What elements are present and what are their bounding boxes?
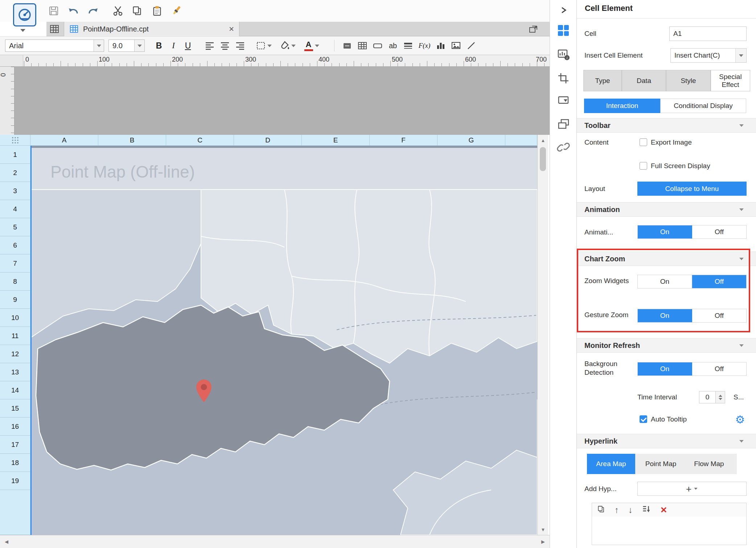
copy-icon[interactable] [130,4,144,18]
row-header[interactable]: 14 [0,381,30,399]
subtab-interaction[interactable]: Interaction [584,99,660,113]
section-chart-zoom[interactable]: Chart Zoom [577,252,756,266]
scroll-down-icon[interactable]: ▼ [538,525,548,534]
tab-special-effect[interactable]: Special Effect [711,70,750,91]
tooltip-settings-gear-icon[interactable]: ⚙ [734,413,747,426]
scroll-up-icon[interactable]: ▲ [538,136,548,145]
paste-icon[interactable] [150,4,164,18]
move-down-icon[interactable]: ↓ [628,505,633,515]
row-header[interactable]: 6 [0,236,30,254]
select-all-corner[interactable] [0,135,30,146]
delete-hyperlink-icon[interactable]: ✕ [660,505,667,515]
row-header[interactable]: 10 [0,309,30,327]
new-sheet-icon[interactable] [47,22,62,36]
scroll-right-icon[interactable]: ▶ [537,535,550,548]
section-monitor-refresh[interactable]: Monitor Refresh [577,338,756,353]
full-screen-checkbox[interactable] [640,162,647,170]
column-header-e[interactable]: E [302,135,370,146]
row-header[interactable]: 11 [0,327,30,345]
font-size-caret-icon[interactable] [134,40,144,51]
row-header[interactable]: 2 [0,164,30,182]
align-center-button[interactable] [218,38,232,53]
tab-data[interactable]: Data [622,70,666,91]
insert-chart-caret-icon[interactable] [735,49,746,62]
hyperlink-panel-icon[interactable] [555,139,571,155]
hyperlink-list[interactable] [592,517,747,545]
add-hyperlink-button[interactable]: + [637,482,747,496]
widget-button[interactable] [370,38,385,53]
row-header[interactable]: 18 [0,454,30,472]
time-interval-stepper[interactable] [716,391,725,403]
align-left-button[interactable] [203,38,217,53]
move-up-icon[interactable]: ↑ [615,505,619,515]
row-header[interactable]: 8 [0,273,30,291]
gesture-zoom-off-button[interactable]: Off [692,309,746,322]
stepper-up-icon[interactable] [719,395,722,397]
cell-input[interactable] [669,26,747,41]
insert-chart-button[interactable] [433,38,448,53]
tab-pointmap-offline[interactable]: PointMap-Offline.cpt × [64,22,239,36]
background-detection-on-button[interactable]: On [638,362,692,375]
section-animation-caret-icon[interactable] [739,208,744,211]
section-hyperlink[interactable]: Hyperlink [577,434,756,448]
sort-icon[interactable] [642,505,651,515]
column-header-d[interactable]: D [234,135,302,146]
row-header[interactable]: 12 [0,345,30,363]
horizontal-scrollbar[interactable]: ◀ ▶ [0,535,550,548]
save-icon[interactable] [46,4,61,18]
underline-button[interactable]: U [182,38,194,53]
column-header-f[interactable]: F [370,135,437,146]
map-chart-canvas[interactable]: Point Map (Off-line) [30,146,537,535]
cell-attributes-icon[interactable]: i [555,46,571,62]
flow-map-tab[interactable]: Flow Map [686,454,732,474]
row-header[interactable]: 16 [0,418,30,436]
vertical-scroll-thumb[interactable] [540,147,546,171]
row-header[interactable]: 3 [0,182,30,200]
redo-icon[interactable] [86,4,100,18]
crop-region-icon[interactable] [555,70,571,86]
widget-settings-icon[interactable] [555,92,571,108]
collapse-to-menu-button[interactable]: Collapse to Menu [637,182,747,196]
column-header-b[interactable]: B [98,135,166,146]
column-header-partial[interactable] [505,135,537,146]
section-toolbar-caret-icon[interactable] [739,124,744,127]
cut-icon[interactable] [111,4,125,18]
row-header[interactable]: 7 [0,254,30,273]
border-style-dropdown[interactable] [254,38,274,53]
fill-color-dropdown[interactable] [278,38,298,53]
auto-tooltip-checkbox[interactable] [640,415,647,423]
cascade-windows-icon[interactable] [555,116,571,132]
font-family-select[interactable]: Arial [5,40,104,52]
section-monitor-caret-icon[interactable] [739,344,744,347]
subtab-conditional-display[interactable]: Conditional Display [660,99,746,113]
tab-type[interactable]: Type [583,70,622,91]
area-map-tab[interactable]: Area Map [587,454,635,474]
app-logo-icon[interactable] [13,3,36,26]
section-animation[interactable]: Animation [577,202,756,217]
background-detection-off-button[interactable]: Off [692,362,746,375]
line-style-button[interactable] [400,38,416,53]
time-interval-input[interactable]: 0 [699,391,716,403]
font-color-dropdown[interactable]: A [301,38,322,53]
zoom-widgets-on-button[interactable]: On [638,275,692,288]
row-header[interactable]: 13 [0,363,30,381]
collapse-panel-icon[interactable] [555,2,571,18]
insert-table-button[interactable] [355,38,370,53]
scroll-left-icon[interactable]: ◀ [0,535,13,548]
bold-button[interactable]: B [153,38,165,53]
column-header-g[interactable]: G [437,135,505,146]
tab-style[interactable]: Style [666,70,711,91]
undo-icon[interactable] [66,4,81,18]
point-map-tab[interactable]: Point Map [635,454,686,474]
cell-element-panel-icon[interactable] [555,22,571,38]
column-header-c[interactable]: C [166,135,234,146]
align-right-button[interactable] [233,38,247,53]
copy-hyperlink-icon[interactable] [597,505,605,515]
row-header[interactable]: 5 [0,218,30,236]
stepper-down-icon[interactable] [719,398,722,400]
diagonal-line-button[interactable] [464,38,479,53]
row-header[interactable]: 19 [0,472,30,490]
column-header-a[interactable]: A [30,135,98,146]
animation-on-button[interactable]: On [638,225,692,238]
export-image-checkbox[interactable] [640,138,647,146]
